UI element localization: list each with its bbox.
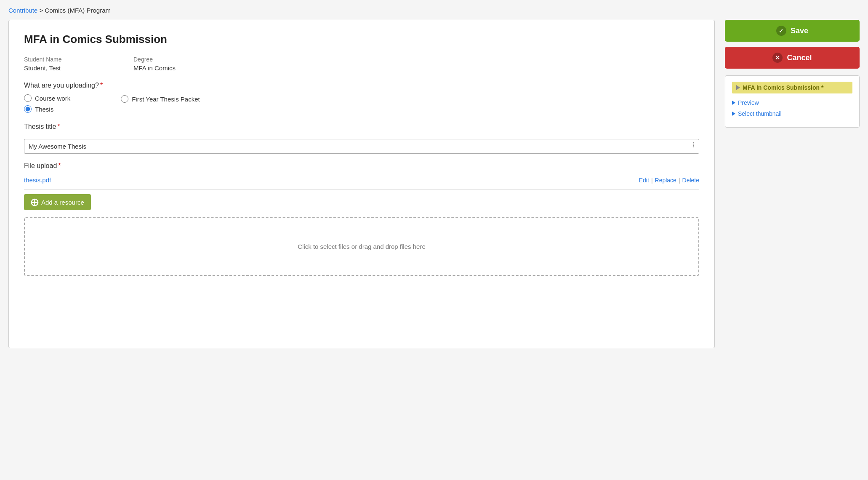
sidebar: ✓ Save ✕ Cancel MFA in Comics Submission…	[725, 20, 860, 128]
save-checkmark-icon: ✓	[779, 28, 783, 34]
file-actions: Edit | Replace | Delete	[639, 177, 699, 184]
save-icon-circle: ✓	[776, 26, 786, 36]
file-list: thesis.pdf Edit | Replace | Delete	[24, 175, 699, 190]
thesis-title-required-star: *	[57, 123, 60, 130]
file-upload-required-star: *	[58, 162, 61, 169]
sidebar-info-title: MFA in Comics Submission *	[732, 82, 852, 93]
breadcrumb-current: Comics (MFA) Program	[45, 7, 111, 14]
degree-group: Degree MFA in Comics	[133, 56, 218, 72]
cancel-label: Cancel	[787, 53, 812, 62]
thumbnail-triangle-icon	[732, 112, 735, 116]
radio-first-year-thesis-label: First Year Thesis Packet	[132, 96, 200, 103]
add-resource-button[interactable]: ⨁ Add a resource	[24, 194, 91, 210]
breadcrumb: Contribute > Comics (MFA) Program	[8, 7, 860, 14]
thesis-title-input[interactable]	[24, 139, 699, 154]
student-degree-row: Student Name Student, Test Degree MFA in…	[24, 56, 699, 72]
preview-label: Preview	[738, 99, 759, 106]
uploading-label: What are you uploading?*	[24, 82, 699, 89]
radio-course-work-label: Course work	[35, 95, 70, 102]
thesis-title-section: Thesis title* ⁞	[24, 123, 699, 154]
file-delete-link[interactable]: Delete	[682, 177, 699, 184]
dropzone-text: Click to select files or drag and drop f…	[298, 243, 425, 250]
student-name-label: Student Name	[24, 56, 108, 63]
file-upload-section: File upload* thesis.pdf Edit | Replace |…	[24, 162, 699, 276]
radio-first-year-thesis[interactable]: First Year Thesis Packet	[121, 95, 200, 103]
uploading-required-star: *	[100, 82, 103, 89]
degree-label: Degree	[133, 56, 218, 63]
sidebar-info-title-text: MFA in Comics Submission *	[743, 84, 823, 91]
radio-thesis[interactable]: Thesis	[24, 105, 70, 113]
file-row: thesis.pdf Edit | Replace | Delete	[24, 175, 699, 185]
add-resource-label: Add a resource	[41, 199, 84, 206]
file-replace-link[interactable]: Replace	[655, 177, 676, 184]
file-action-sep2: |	[679, 177, 680, 184]
breadcrumb-separator: >	[39, 7, 45, 14]
thesis-title-input-wrapper: ⁞	[24, 136, 699, 154]
save-button[interactable]: ✓ Save	[725, 20, 860, 42]
preview-link[interactable]: Preview	[732, 99, 852, 106]
select-thumbnail-label: Select thumbnail	[738, 110, 782, 117]
save-label: Save	[791, 27, 808, 35]
select-thumbnail-link[interactable]: Select thumbnail	[732, 110, 852, 117]
contribute-link[interactable]: Contribute	[8, 7, 37, 14]
info-title-triangle-icon	[736, 85, 740, 90]
file-edit-link[interactable]: Edit	[639, 177, 649, 184]
input-handle-icon: ⁞	[692, 140, 695, 149]
student-name-group: Student Name Student, Test	[24, 56, 108, 72]
cancel-icon-circle: ✕	[772, 53, 783, 63]
preview-triangle-icon	[732, 101, 735, 105]
form-panel: MFA in Comics Submission Student Name St…	[8, 20, 715, 348]
file-upload-label: File upload*	[24, 162, 699, 170]
file-name-link[interactable]: thesis.pdf	[24, 176, 51, 184]
radio-thesis-input[interactable]	[24, 105, 32, 113]
file-dropzone[interactable]: Click to select files or drag and drop f…	[24, 217, 699, 276]
sidebar-info-box: MFA in Comics Submission * Preview Selec…	[725, 75, 860, 128]
cancel-x-icon: ✕	[775, 54, 780, 61]
degree-value: MFA in Comics	[133, 64, 218, 72]
radio-row: Course work Thesis First Year Thesis Pac…	[24, 94, 699, 113]
radio-first-year-thesis-input[interactable]	[121, 95, 128, 103]
radio-course-work[interactable]: Course work	[24, 94, 70, 102]
thesis-title-label: Thesis title*	[24, 123, 699, 131]
file-action-sep1: |	[651, 177, 653, 184]
radio-course-work-input[interactable]	[24, 94, 32, 102]
cancel-button[interactable]: ✕ Cancel	[725, 47, 860, 69]
add-resource-icon: ⨁	[31, 197, 38, 207]
radio-thesis-label: Thesis	[35, 106, 53, 113]
student-name-value: Student, Test	[24, 64, 108, 72]
form-title: MFA in Comics Submission	[24, 33, 699, 46]
